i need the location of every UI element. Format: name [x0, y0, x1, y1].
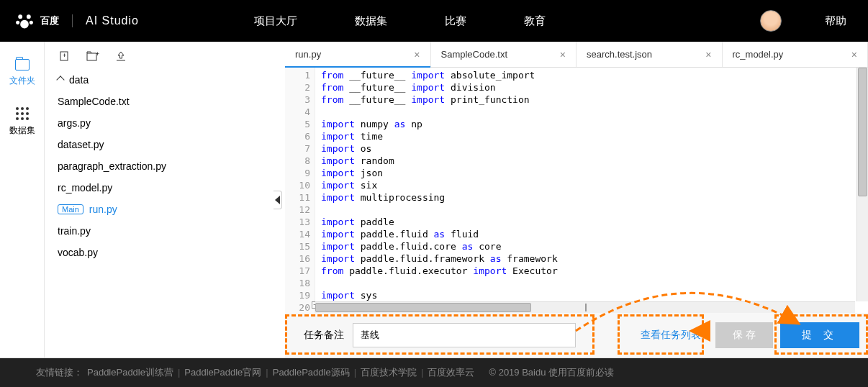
logo-divider — [72, 14, 73, 27]
line-gutter: 123456789101112131415161718192021222324 — [285, 68, 315, 313]
submit-bar: 任务备注 查看任务列表 保 存 提 交 — [285, 313, 868, 358]
svg-point-1 — [27, 14, 31, 19]
remark-box: 任务备注 — [294, 317, 586, 353]
remark-input[interactable] — [353, 323, 576, 347]
svg-text:+: + — [63, 52, 66, 59]
tree-file[interactable]: dataset.py — [45, 134, 275, 155]
help-link[interactable]: 帮助 — [825, 14, 846, 28]
remark-label: 任务备注 — [304, 329, 344, 342]
footer-link[interactable]: PaddlePaddle官网 — [184, 367, 261, 378]
editor-tab[interactable]: run.py× — [285, 42, 431, 67]
rail-dataset-label: 数据集 — [9, 124, 35, 137]
tab-label: run.py — [295, 49, 321, 60]
close-icon[interactable]: × — [851, 49, 857, 60]
studio-text: AI Studio — [86, 14, 139, 27]
chevron-up-icon — [56, 76, 64, 83]
footer-link[interactable]: 百度技术学院 — [361, 367, 417, 378]
tree-root[interactable]: data — [45, 69, 275, 91]
tab-label: rc_model.py — [733, 49, 784, 60]
svg-point-0 — [18, 14, 22, 19]
main-tag: Main — [58, 204, 83, 214]
editor-tab[interactable]: search.test.json× — [577, 42, 723, 67]
editor-tab[interactable]: rc_model.py× — [723, 42, 869, 67]
horizontal-scrollbar[interactable] — [315, 301, 855, 313]
svg-point-2 — [16, 21, 19, 24]
nav-projects[interactable]: 项目大厅 — [254, 14, 297, 28]
vertical-scrollbar[interactable] — [856, 68, 868, 301]
logo-area[interactable]: 百度 AI Studio — [14, 11, 139, 31]
top-header: 百度 AI Studio 项目大厅 数据集 比赛 教育 帮助 — [0, 0, 868, 42]
brand-text: 百度 — [40, 14, 59, 27]
chevron-left-icon — [275, 196, 280, 204]
tree-file[interactable]: SampleCode.txt — [45, 91, 275, 112]
footer-copyright: © 2019 Baidu 使用百度前必读 — [489, 366, 614, 379]
tree-file-active[interactable]: Main run.py — [45, 199, 275, 220]
tree-file[interactable]: vocab.py — [45, 242, 275, 263]
dataset-icon — [16, 107, 29, 120]
nav-competition[interactable]: 比赛 — [445, 14, 466, 28]
footer-prefix: 友情链接： — [36, 366, 83, 379]
close-icon[interactable]: × — [560, 49, 566, 60]
tree-file[interactable]: args.py — [45, 112, 275, 134]
editor-area: run.py×SampleCode.txt×search.test.json×r… — [285, 42, 868, 358]
collapse-handle[interactable] — [275, 42, 285, 358]
editor-tab[interactable]: SampleCode.txt× — [431, 42, 577, 67]
editor-tabs: run.py×SampleCode.txt×search.test.json×r… — [285, 42, 868, 68]
tab-label: SampleCode.txt — [441, 49, 508, 60]
new-folder-icon[interactable]: + — [86, 50, 99, 62]
svg-text:+: + — [96, 50, 99, 58]
submit-button[interactable]: 提 交 — [780, 322, 859, 348]
file-tree: + + data SampleCode.txtargs.pydataset.py… — [45, 42, 275, 358]
view-tasks-link[interactable]: 查看任务列表 — [633, 323, 708, 347]
nav-education[interactable]: 教育 — [524, 14, 546, 28]
code-editor[interactable]: 123456789101112131415161718192021222324 … — [285, 68, 868, 313]
main-area: 文件夹 数据集 + + data SampleCode.txtargs.pyda… — [0, 42, 868, 358]
svg-point-3 — [30, 21, 33, 24]
svg-point-4 — [20, 20, 29, 29]
side-rail: 文件夹 数据集 — [0, 42, 45, 358]
close-icon[interactable]: × — [705, 49, 711, 60]
user-avatar[interactable] — [760, 10, 782, 32]
rail-dataset[interactable]: 数据集 — [9, 107, 35, 137]
rail-folder[interactable]: 文件夹 — [9, 59, 35, 87]
tree-actions: + + — [45, 50, 275, 69]
main-nav: 项目大厅 数据集 比赛 教育 — [254, 14, 760, 28]
upload-icon[interactable] — [115, 50, 127, 62]
footer: 友情链接： PaddlePaddle训练营|PaddlePaddle官网|Pad… — [0, 358, 868, 387]
save-button[interactable]: 保 存 — [715, 322, 773, 348]
header-right: 帮助 — [760, 10, 846, 32]
close-icon[interactable]: × — [414, 49, 420, 60]
new-file-icon[interactable]: + — [59, 50, 71, 62]
footer-link[interactable]: PaddlePaddle训练营 — [87, 367, 173, 378]
tree-file[interactable]: paragraph_extraction.py — [45, 155, 275, 177]
rail-folder-label: 文件夹 — [9, 75, 35, 87]
tree-file[interactable]: train.py — [45, 220, 275, 242]
code-content[interactable]: from __future__ import absolute_importfr… — [315, 68, 868, 313]
footer-link[interactable]: PaddlePaddle源码 — [273, 367, 350, 378]
nav-datasets[interactable]: 数据集 — [355, 14, 387, 28]
baidu-paw-icon — [14, 11, 35, 31]
tab-label: search.test.json — [587, 49, 652, 60]
folder-icon — [15, 59, 30, 70]
tree-file[interactable]: rc_model.py — [45, 177, 275, 199]
footer-link[interactable]: 百度效率云 — [428, 367, 474, 378]
